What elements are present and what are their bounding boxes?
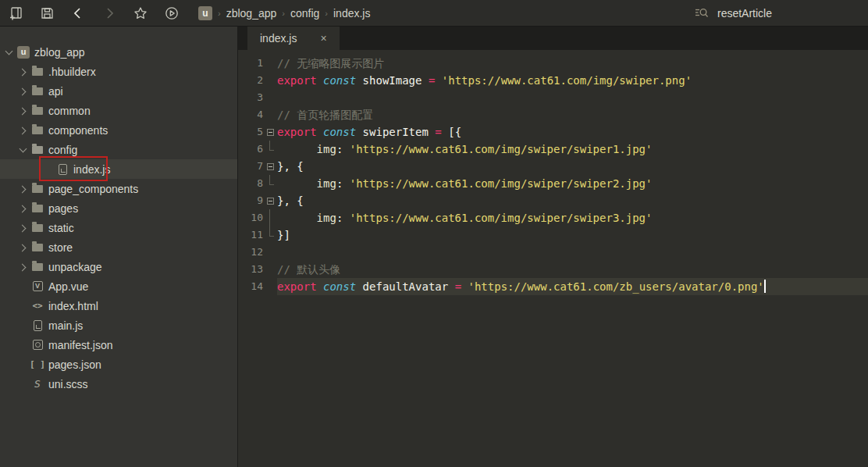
tree-item-unpackage[interactable]: unpackage bbox=[0, 257, 237, 276]
tree-item-components[interactable]: components bbox=[0, 120, 237, 140]
breadcrumb-segment[interactable]: config bbox=[290, 7, 319, 20]
scss-file-icon: S bbox=[34, 378, 41, 390]
tree-item--hbuilderx[interactable]: .hbuilderx bbox=[0, 62, 237, 81]
fold-toggle-icon[interactable] bbox=[267, 129, 274, 136]
chevron-right-icon[interactable] bbox=[17, 202, 30, 215]
token-comment: // 无缩略图展示图片 bbox=[277, 57, 384, 70]
chevron-right-icon[interactable] bbox=[17, 261, 30, 273]
code-line-9[interactable]: 9}, { bbox=[238, 192, 868, 209]
code-line-text: img: 'https://www.cat61.com/img/swiper/s… bbox=[277, 141, 868, 158]
code-line-7[interactable]: 7}, { bbox=[238, 158, 868, 175]
tree-item-label: uni.scss bbox=[48, 378, 88, 390]
fold-guide-line bbox=[269, 226, 274, 237]
back-button[interactable] bbox=[62, 0, 94, 27]
chevron-right-icon[interactable] bbox=[17, 66, 30, 78]
tree-item-uni-scss[interactable]: Suni.scss bbox=[0, 374, 237, 394]
folder-icon bbox=[30, 127, 45, 134]
folder-icon bbox=[30, 244, 45, 251]
chevron-down-icon[interactable] bbox=[3, 46, 16, 59]
breadcrumb-segment[interactable]: index.js bbox=[333, 7, 370, 20]
favorites-button[interactable] bbox=[125, 0, 156, 27]
tab-index-js[interactable]: index.js × bbox=[247, 27, 340, 50]
chevron-spacer bbox=[17, 280, 30, 293]
save-button[interactable] bbox=[31, 0, 62, 27]
uniapp-project-icon: u bbox=[198, 6, 212, 20]
tree-item-main-js[interactable]: main.js bbox=[0, 315, 237, 335]
chevron-right-icon[interactable] bbox=[17, 85, 30, 98]
code-line-5[interactable]: 5export const swiperItem = [{ bbox=[238, 123, 868, 141]
manifest-file bbox=[30, 340, 45, 350]
tree-item-common[interactable]: common bbox=[0, 101, 237, 120]
chevron-right-icon[interactable] bbox=[17, 241, 30, 254]
token-plain bbox=[277, 177, 317, 190]
code-line-11[interactable]: 11}] bbox=[238, 226, 868, 244]
code-line-1[interactable]: 1// 无缩略图展示图片 bbox=[238, 55, 868, 72]
tree-item-manifest-json[interactable]: manifest.json bbox=[0, 335, 237, 355]
tree-item-store[interactable]: store bbox=[0, 237, 237, 257]
js-file-icon bbox=[59, 164, 67, 175]
forward-button[interactable] bbox=[94, 0, 125, 27]
code-line-4[interactable]: 4// 首页轮播图配置 bbox=[238, 106, 868, 123]
toolbar-search[interactable]: resetArticle bbox=[693, 0, 772, 27]
fold-column bbox=[263, 175, 277, 192]
folder-icon bbox=[32, 68, 43, 76]
fold-toggle-icon[interactable] bbox=[267, 163, 274, 170]
tree-item-static[interactable]: static bbox=[0, 218, 237, 237]
fold-column bbox=[263, 106, 277, 123]
new-file-button[interactable] bbox=[0, 0, 31, 27]
tab-close-icon[interactable]: × bbox=[320, 33, 326, 44]
tree-item-page-components[interactable]: page_components bbox=[0, 179, 237, 198]
line-number: 6 bbox=[238, 141, 263, 158]
token-ident: defaultAvatar bbox=[363, 280, 449, 293]
code-line-13[interactable]: 13// 默认头像 bbox=[238, 261, 868, 278]
code-line-3[interactable]: 3 bbox=[238, 89, 868, 106]
token-str: 'https://www.cat61.com/zb_users/avatar/0… bbox=[468, 280, 764, 293]
chevron-right-icon[interactable] bbox=[17, 124, 30, 137]
tree-item-config[interactable]: config bbox=[0, 140, 237, 159]
chevron-right-icon[interactable] bbox=[17, 183, 30, 195]
code-line-10[interactable]: 10 img: 'https://www.cat61.com/img/swipe… bbox=[238, 209, 868, 226]
token-str: 'https://www.cat61.com/img/swiper/swiper… bbox=[350, 212, 653, 224]
search-icon bbox=[693, 5, 710, 21]
chevron-right-icon[interactable] bbox=[17, 105, 30, 117]
chevron-down-icon[interactable] bbox=[17, 144, 30, 156]
tree-item-api[interactable]: api bbox=[0, 81, 237, 101]
main-content: uzblog_app.hbuilderxapicommoncomponentsc… bbox=[0, 27, 868, 467]
tree-item-pages-json[interactable]: [ ]pages.json bbox=[0, 355, 237, 374]
tab-bar: index.js × bbox=[238, 27, 868, 50]
tree-item-label: index.html bbox=[48, 300, 98, 312]
code-line-12[interactable]: 12 bbox=[238, 244, 868, 261]
token-key: img bbox=[317, 143, 336, 155]
tree-item-label: App.vue bbox=[48, 280, 88, 293]
chevron-spacer bbox=[42, 163, 55, 176]
line-number: 13 bbox=[238, 261, 263, 278]
token-plain: [{ bbox=[448, 126, 461, 138]
fold-guide-line bbox=[269, 209, 274, 226]
folder-icon bbox=[32, 127, 43, 134]
code-line-14[interactable]: 14export const defaultAvatar = 'https://… bbox=[238, 278, 868, 295]
tree-item-index-js[interactable]: index.js bbox=[0, 159, 237, 179]
tree-item-index-html[interactable]: <>index.html bbox=[0, 296, 237, 315]
chevron-right-icon[interactable] bbox=[17, 222, 30, 234]
tree-item-app-vue[interactable]: VApp.vue bbox=[0, 276, 237, 296]
code-line-text: export const swiperItem = [{ bbox=[277, 123, 868, 141]
run-button[interactable] bbox=[156, 0, 187, 27]
fold-column bbox=[263, 158, 277, 175]
code-line-2[interactable]: 2export const showImage = 'https://www.c… bbox=[238, 72, 868, 89]
tree-item-label: api bbox=[48, 85, 63, 98]
token-comment: // 首页轮播图配置 bbox=[277, 109, 373, 121]
code-editor[interactable]: 1// 无缩略图展示图片2export const showImage = 'h… bbox=[238, 50, 868, 467]
manifest-file-icon bbox=[33, 340, 43, 350]
tree-item-pages[interactable]: pages bbox=[0, 198, 237, 218]
code-line-6[interactable]: 6 img: 'https://www.cat61.com/img/swiper… bbox=[238, 141, 868, 158]
new-file-icon bbox=[8, 5, 23, 21]
fold-toggle-icon[interactable] bbox=[267, 198, 274, 205]
line-number: 5 bbox=[238, 123, 263, 141]
tree-item-zblog-app[interactable]: uzblog_app bbox=[0, 42, 237, 62]
breadcrumb-separator-icon: › bbox=[325, 9, 328, 18]
code-line-8[interactable]: 8 img: 'https://www.cat61.com/img/swiper… bbox=[238, 175, 868, 192]
vue-file: V bbox=[30, 281, 45, 291]
js-file bbox=[55, 164, 70, 175]
json-file: [ ] bbox=[30, 359, 45, 369]
breadcrumb-segment[interactable]: zblog_app bbox=[226, 7, 277, 20]
